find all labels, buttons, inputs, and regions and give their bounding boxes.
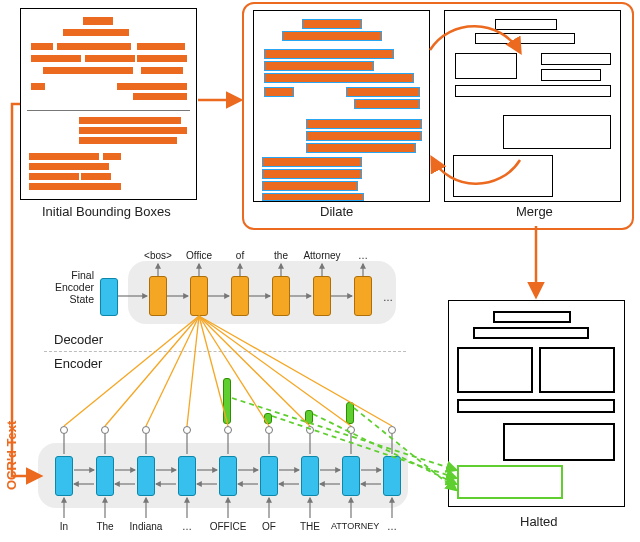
label-dilate: Dilate	[320, 204, 353, 219]
dec-lbl-2: of	[220, 250, 260, 261]
dec-tok-2	[231, 276, 249, 316]
label-decoder: Decoder	[54, 332, 103, 347]
label-halted: Halted	[520, 514, 558, 529]
dec-tok-1	[190, 276, 208, 316]
label-initial: Initial Bounding Boxes	[42, 204, 171, 219]
enc-lbl-5: OF	[249, 521, 289, 532]
dec-lbl-3: the	[261, 250, 301, 261]
halted-selected-region	[457, 465, 563, 499]
enc-tok-0	[55, 456, 73, 496]
enc-tok-4	[219, 456, 237, 496]
svg-line-18	[199, 316, 269, 426]
label-final-encoder-state: Final Encoder State	[48, 269, 94, 305]
svg-line-14	[105, 316, 199, 426]
enc-node-3	[183, 426, 191, 434]
enc-lbl-6: THE	[290, 521, 330, 532]
svg-line-15	[146, 316, 199, 426]
enc-node-2	[142, 426, 150, 434]
dec-lbl-4: Attorney	[302, 250, 342, 261]
enc-node-1	[101, 426, 109, 434]
dec-ell: …	[368, 292, 408, 303]
enc-node-8	[388, 426, 396, 434]
enc-tok-3	[178, 456, 196, 496]
label-encoder: Encoder	[54, 356, 102, 371]
label-merge: Merge	[516, 204, 553, 219]
enc-lbl-3: …	[167, 521, 207, 532]
enc-node-5	[265, 426, 273, 434]
fes-l3: State	[69, 293, 94, 305]
dec-tok-3	[272, 276, 290, 316]
enc-lbl-7: ATTORNEY	[331, 521, 371, 531]
enc-tok-5	[260, 456, 278, 496]
fes-l2: Encoder	[55, 281, 94, 293]
dec-tok-4	[313, 276, 331, 316]
dec-lbl-0: <bos>	[138, 250, 178, 261]
enc-lbl-8: …	[372, 521, 412, 532]
label-ocr: OCR'd Text	[4, 400, 19, 490]
fes-l1: Final	[71, 269, 94, 281]
enc-tok-1	[96, 456, 114, 496]
enc-lbl-1: The	[85, 521, 125, 532]
panel-dilate	[253, 10, 430, 202]
dec-tok-0	[149, 276, 167, 316]
attn-bar-2	[305, 410, 313, 424]
attn-bar-0	[223, 378, 231, 424]
enc-node-6	[306, 426, 314, 434]
panel-halted	[448, 300, 625, 507]
enc-tok-6	[301, 456, 319, 496]
enc-lbl-4: OFFICE	[208, 521, 248, 532]
enc-tok-2	[137, 456, 155, 496]
enc-tok-8	[383, 456, 401, 496]
enc-dec-divider	[44, 351, 406, 352]
enc-node-4	[224, 426, 232, 434]
panel-initial	[20, 8, 197, 200]
enc-node-0	[60, 426, 68, 434]
enc-tok-7	[342, 456, 360, 496]
dec-lbl-1: Office	[179, 250, 219, 261]
diagram-stage: Initial Bounding Boxes Dilate Merge	[0, 0, 640, 542]
attn-bar-1	[264, 413, 272, 424]
final-encoder-state-block	[100, 278, 118, 316]
dec-lbl-5: …	[343, 250, 383, 261]
svg-line-20	[199, 316, 351, 426]
enc-lbl-2: Indiana	[126, 521, 166, 532]
svg-line-19	[199, 316, 310, 426]
svg-line-16	[187, 316, 199, 426]
attn-bar-3	[346, 402, 354, 424]
enc-node-7	[347, 426, 355, 434]
panel-merge	[444, 10, 621, 202]
enc-lbl-0: In	[44, 521, 84, 532]
